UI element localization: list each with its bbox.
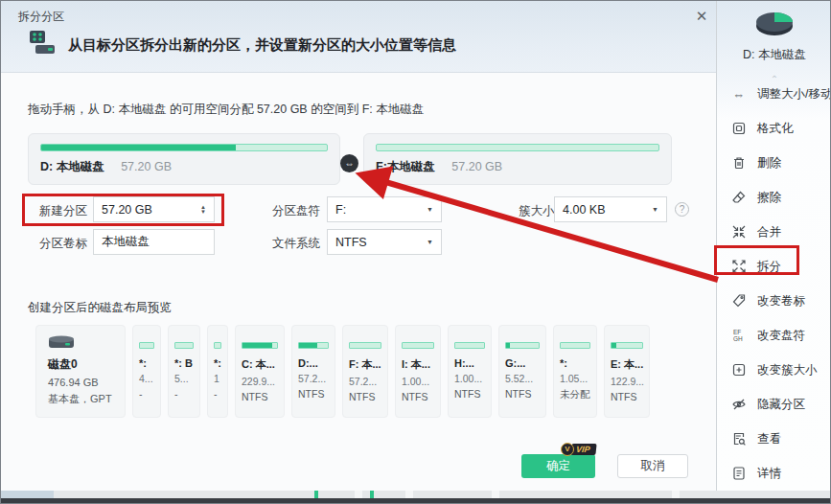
background-app-strip bbox=[1, 491, 831, 498]
resize-drag-handle[interactable]: ⇔ bbox=[340, 154, 358, 172]
preview-title: 创建分区后的磁盘布局预览 bbox=[28, 300, 172, 316]
sidebar-item-resize-move[interactable]: ⇔ 调整大小/移动 bbox=[730, 83, 831, 104]
svg-text:EF: EF bbox=[733, 329, 741, 335]
volume-label-label: 分区卷标 bbox=[39, 236, 87, 252]
sidebar-item-view[interactable]: 查看 bbox=[730, 428, 831, 449]
trash-icon bbox=[730, 155, 747, 172]
preview-partition[interactable]: E: 本... 122.9... NTFS bbox=[604, 325, 650, 418]
eraser-icon bbox=[730, 190, 747, 206]
sidebar-item-merge[interactable]: 合并 bbox=[730, 221, 831, 242]
preview-partition[interactable]: *: 1.05... 未分配 bbox=[553, 325, 597, 418]
preview-partition[interactable]: *: B 5... - bbox=[168, 325, 200, 418]
disk-size: 476.94 GB bbox=[48, 377, 125, 388]
sidebar-item-split[interactable]: 拆分 bbox=[730, 256, 831, 277]
preview-partition[interactable]: G:... 5.52... NTFS bbox=[498, 325, 546, 418]
chevron-down-icon: ▼ bbox=[427, 206, 433, 213]
source-partition-bar-fill bbox=[41, 145, 236, 150]
resize-move-icon: ⇔ bbox=[730, 86, 747, 103]
preview-partition[interactable]: D:... 57.2... NTFS bbox=[291, 325, 335, 418]
source-partition-card: D: 本地磁盘 57.20 GB bbox=[28, 133, 340, 185]
new-partition-label: 新建分区 bbox=[39, 203, 87, 219]
ok-button[interactable]: 确定 bbox=[521, 454, 595, 478]
svg-text:GH: GH bbox=[733, 335, 743, 342]
sidebar-item-format[interactable]: 格式化 bbox=[730, 118, 831, 139]
target-partition-card: F:本地磁盘 57.20 GB bbox=[363, 133, 672, 185]
chevron-down-icon: ▼ bbox=[652, 206, 658, 213]
tag-icon bbox=[730, 293, 747, 309]
stepper-down-icon[interactable]: ▼ bbox=[200, 210, 206, 215]
source-partition-bar bbox=[40, 144, 328, 151]
volume-label-input[interactable]: 本地磁盘 bbox=[93, 229, 215, 255]
disk-pie-icon bbox=[752, 26, 796, 42]
view-document-icon bbox=[730, 431, 747, 447]
preview-partition[interactable]: *: 4... - bbox=[132, 325, 161, 418]
sidebar-item-delete[interactable]: 删除 bbox=[730, 152, 831, 173]
cluster-size-label: 簇大小 bbox=[519, 203, 555, 219]
split-arrows-icon bbox=[730, 259, 747, 275]
sidebar: D: 本地磁盘 ⌃ ⇔ 调整大小/移动 格式化 删除 bbox=[716, 1, 831, 497]
drive-letter-label: 分区盘符 bbox=[272, 203, 320, 219]
split-partition-icon bbox=[28, 30, 57, 60]
file-system-label: 文件系统 bbox=[272, 236, 320, 252]
dialog-heading: 从目标分区拆分出新的分区，并设置新分区的大小位置等信息 bbox=[68, 36, 456, 55]
preview-partition[interactable]: F: 本... 57.2... NTFS bbox=[342, 325, 388, 418]
sidebar-disk-label: D: 本地磁盘 bbox=[717, 47, 831, 63]
disk-name: 磁盘0 bbox=[48, 356, 125, 373]
sidebar-item-change-cluster-size[interactable]: 改变簇大小 bbox=[730, 359, 831, 380]
drive-letters-icon: EFGH bbox=[730, 328, 747, 344]
sidebar-menu: ⇔ 调整大小/移动 格式化 删除 擦除 bbox=[730, 83, 831, 484]
close-icon[interactable]: ✕ bbox=[689, 5, 714, 28]
source-partition-name: D: 本地磁盘 bbox=[40, 160, 104, 173]
disk-icon bbox=[48, 335, 75, 352]
dialog-title: 拆分分区 bbox=[18, 9, 64, 25]
preview-partition[interactable]: C: 本... 229.9... NTFS bbox=[235, 325, 285, 418]
disk-type: 基本盘，GPT bbox=[48, 392, 125, 406]
vip-v-icon: V bbox=[561, 443, 574, 456]
vip-badge: V VIP bbox=[561, 443, 596, 456]
drive-letter-select[interactable]: F: ▼ bbox=[327, 196, 442, 222]
new-partition-size-input[interactable]: 57.20 GB ▲ ▼ bbox=[93, 196, 215, 222]
source-partition-size: 57.20 GB bbox=[121, 160, 172, 173]
chevron-down-icon: ▼ bbox=[427, 239, 433, 245]
preview-partition[interactable]: I: 本... 1.00... NTFS bbox=[395, 325, 441, 418]
sidebar-item-change-letter[interactable]: EFGH 改变盘符 bbox=[730, 325, 831, 346]
instruction-text: 拖动手柄，从 D: 本地磁盘 的可用空间分配 57.20 GB 的空间到 F: … bbox=[28, 102, 424, 118]
merge-arrows-icon bbox=[730, 224, 747, 241]
background-dark-strip bbox=[1, 498, 831, 504]
target-partition-bar bbox=[376, 144, 659, 151]
eye-slash-icon bbox=[730, 397, 747, 413]
cluster-size-icon bbox=[730, 362, 747, 378]
preview-partition[interactable]: *: 1 - bbox=[207, 325, 228, 418]
sidebar-disk-header: D: 本地磁盘 bbox=[717, 9, 831, 63]
target-partition-size: 57.20 GB bbox=[451, 160, 502, 173]
preview-partition[interactable]: H:... 1.00... NTFS bbox=[448, 325, 492, 418]
file-system-select[interactable]: NTFS ▼ bbox=[327, 229, 442, 255]
disk-layout-preview: 磁盘0 476.94 GB 基本盘，GPT *: 4... - *: B 5..… bbox=[35, 325, 650, 418]
help-icon[interactable]: ? bbox=[675, 202, 689, 217]
details-document-icon bbox=[730, 466, 747, 482]
sidebar-item-change-label[interactable]: 改变卷标 bbox=[730, 290, 831, 311]
format-icon bbox=[730, 121, 747, 137]
disk-card: 磁盘0 476.94 GB 基本盘，GPT bbox=[35, 325, 126, 418]
size-stepper[interactable]: ▲ ▼ bbox=[200, 205, 206, 215]
sidebar-item-erase[interactable]: 擦除 bbox=[730, 187, 831, 208]
app-window: 拆分分区 ✕ 从目标分区拆分出新的分区，并设置新分区的大小位置等信息 拖动手柄，… bbox=[0, 0, 831, 504]
target-partition-name: F:本地磁盘 bbox=[376, 160, 435, 173]
vip-badge-text: VIP bbox=[570, 444, 596, 455]
cancel-button[interactable]: 取消 bbox=[617, 454, 688, 478]
dialog-header: 从目标分区拆分出新的分区，并设置新分区的大小位置等信息 bbox=[28, 30, 456, 60]
sidebar-item-hide-partition[interactable]: 隐藏分区 bbox=[730, 394, 831, 415]
cluster-size-select[interactable]: 4.00 KB ▼ bbox=[554, 196, 667, 222]
sidebar-item-details[interactable]: 详情 bbox=[730, 463, 831, 484]
